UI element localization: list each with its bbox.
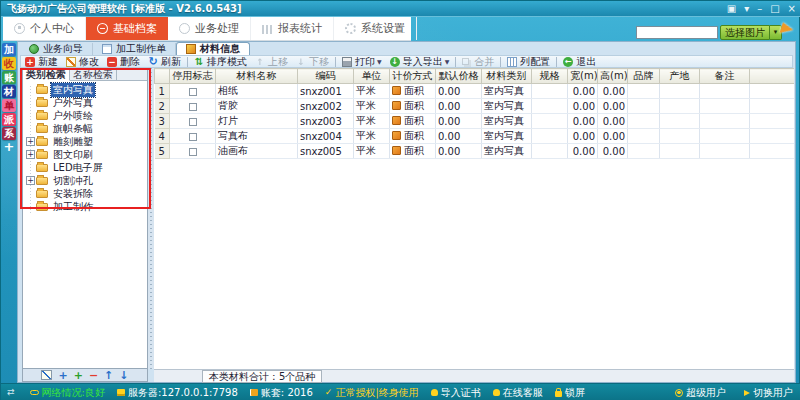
rail-button-1[interactable]: 收 <box>2 57 16 70</box>
cell-filler[interactable] <box>750 129 795 144</box>
cell-width_m[interactable]: 0.00 <box>568 99 598 114</box>
cell-note[interactable] <box>700 114 750 129</box>
move-up-button[interactable]: ↑ <box>104 370 113 381</box>
cell-default_price[interactable]: 0.00 <box>436 144 482 159</box>
rail-button-0[interactable]: 加 <box>2 43 16 56</box>
cell-width_m[interactable]: 0.00 <box>568 129 598 144</box>
nav-item-basic-archives[interactable]: 基础档案 <box>86 17 168 40</box>
print-button[interactable]: 打印▼ <box>338 56 386 68</box>
rail-button-7[interactable]: + <box>2 141 16 154</box>
column-config-button[interactable]: 列配置 <box>503 56 554 68</box>
cell-disabled[interactable] <box>170 114 216 129</box>
column-header-disabled[interactable]: 停用标志 <box>170 69 216 84</box>
table-row[interactable]: 4写真布snxz004平米面积0.00室内写真0.000.00 <box>155 129 795 144</box>
cell-origin[interactable] <box>660 144 700 159</box>
new-button[interactable]: 新建 <box>21 56 62 68</box>
lock-screen[interactable]: 锁屏 <box>555 386 585 400</box>
tree-item[interactable]: 旗帜条幅 <box>23 122 147 135</box>
cell-code[interactable]: snxz001 <box>298 84 354 99</box>
panel-tab-0[interactable]: 类别检索 <box>23 69 70 81</box>
cell-height_m[interactable]: 0.00 <box>598 84 628 99</box>
cell-height_m[interactable]: 0.00 <box>598 144 628 159</box>
cell-disabled[interactable] <box>170 84 216 99</box>
column-header-pricing[interactable]: 计价方式 <box>390 69 436 84</box>
rail-button-3[interactable]: 材 <box>2 85 16 98</box>
online-service[interactable]: 在线客服 <box>493 386 543 400</box>
cell-name[interactable]: 灯片 <box>216 114 298 129</box>
cell-unit[interactable]: 平米 <box>354 99 390 114</box>
cell-brand[interactable] <box>628 84 660 99</box>
cell-brand[interactable] <box>628 129 660 144</box>
cell-name[interactable]: 相纸 <box>216 84 298 99</box>
cell-disabled[interactable] <box>170 99 216 114</box>
cell-width_m[interactable]: 0.00 <box>568 114 598 129</box>
cell-name[interactable]: 油画布 <box>216 144 298 159</box>
column-header-code[interactable]: 编码 <box>298 69 354 84</box>
tree-item[interactable]: 室内写真 <box>23 83 147 96</box>
tab-business-wizard[interactable]: 业务向导 <box>20 43 93 55</box>
switch-user[interactable]: 切换用户 <box>744 386 793 400</box>
cell-unit[interactable]: 平米 <box>354 144 390 159</box>
nav-item-report-statistics[interactable]: 报表统计 <box>251 17 334 40</box>
cell-unit[interactable]: 平米 <box>354 129 390 144</box>
add-item-button[interactable]: + <box>58 370 67 381</box>
cell-note[interactable] <box>700 129 750 144</box>
cell-name[interactable]: 背胶 <box>216 99 298 114</box>
cell-pricing[interactable]: 面积 <box>390 144 436 159</box>
cell-height_m[interactable]: 0.00 <box>598 114 628 129</box>
column-header-brand[interactable]: 品牌 <box>628 69 660 84</box>
column-header-default_price[interactable]: 默认价格 <box>436 69 482 84</box>
delete-item-button[interactable]: − <box>89 370 98 381</box>
skin-menu-button[interactable]: ▾ <box>744 2 749 16</box>
cell-disabled[interactable] <box>170 129 216 144</box>
sort-mode-button[interactable]: 排序模式 <box>190 56 251 68</box>
column-header-category[interactable]: 材料类别 <box>482 69 532 84</box>
nav-item-system-settings[interactable]: 系统设置 <box>334 17 417 40</box>
import-certificate[interactable]: 导入证书 <box>431 386 481 400</box>
delete-button[interactable]: 删除 <box>103 56 144 68</box>
column-header-unit[interactable]: 单位 <box>354 69 390 84</box>
tree-item[interactable]: +切割冲孔 <box>23 174 147 187</box>
cell-default_price[interactable]: 0.00 <box>436 129 482 144</box>
nav-item-personal-center[interactable]: 个人中心 <box>3 17 86 40</box>
cell-brand[interactable] <box>628 99 660 114</box>
column-header-spec[interactable]: 规格 <box>532 69 568 84</box>
expand-icon[interactable]: + <box>26 150 35 159</box>
cell-code[interactable]: snxz004 <box>298 129 354 144</box>
cell-unit[interactable]: 平米 <box>354 114 390 129</box>
column-header-height_m[interactable]: 高(m) <box>598 69 628 84</box>
cell-default_price[interactable]: 0.00 <box>436 99 482 114</box>
cell-note[interactable] <box>700 99 750 114</box>
resize-handle[interactable]: ⇄ <box>7 388 18 397</box>
panel-tab-1[interactable]: 名称检索 <box>70 69 117 80</box>
tab-processing-order[interactable]: 加工制作单 <box>93 43 176 55</box>
skin-button[interactable]: ▣ <box>727 2 736 16</box>
cell-num[interactable]: 5 <box>155 144 170 159</box>
cell-num[interactable]: 2 <box>155 99 170 114</box>
cell-unit[interactable]: 平米 <box>354 84 390 99</box>
cell-pricing[interactable]: 面积 <box>390 84 436 99</box>
cell-origin[interactable] <box>660 84 700 99</box>
import-export-button[interactable]: 导入导出▼ <box>386 56 454 68</box>
cell-brand[interactable] <box>628 144 660 159</box>
disable-checkbox[interactable] <box>189 148 197 156</box>
table-row[interactable]: 5油画布snxz005平米面积0.00室内写真0.000.00 <box>155 144 795 159</box>
cell-default_price[interactable]: 0.00 <box>436 84 482 99</box>
nav-item-business-process[interactable]: 业务处理 <box>168 17 251 40</box>
cell-pricing[interactable]: 面积 <box>390 129 436 144</box>
cell-disabled[interactable] <box>170 144 216 159</box>
cell-note[interactable] <box>700 144 750 159</box>
refresh-button[interactable]: 刷新 <box>144 56 185 68</box>
column-header-width_m[interactable]: 宽(m) <box>568 69 598 84</box>
cell-filler[interactable] <box>750 114 795 129</box>
cell-code[interactable]: snxz003 <box>298 114 354 129</box>
cell-pricing[interactable]: 面积 <box>390 114 436 129</box>
cell-num[interactable]: 4 <box>155 129 170 144</box>
table-row[interactable]: 2背胶snxz002平米面积0.00室内写真0.000.00 <box>155 99 795 114</box>
tree-item[interactable]: LED电子屏 <box>23 161 147 174</box>
rail-button-5[interactable]: 派 <box>2 113 16 126</box>
cell-width_m[interactable]: 0.00 <box>568 144 598 159</box>
disable-checkbox[interactable] <box>189 118 197 126</box>
tab-material-info[interactable]: 材料信息 <box>176 42 250 55</box>
tree-item[interactable]: +图文印刷 <box>23 148 147 161</box>
